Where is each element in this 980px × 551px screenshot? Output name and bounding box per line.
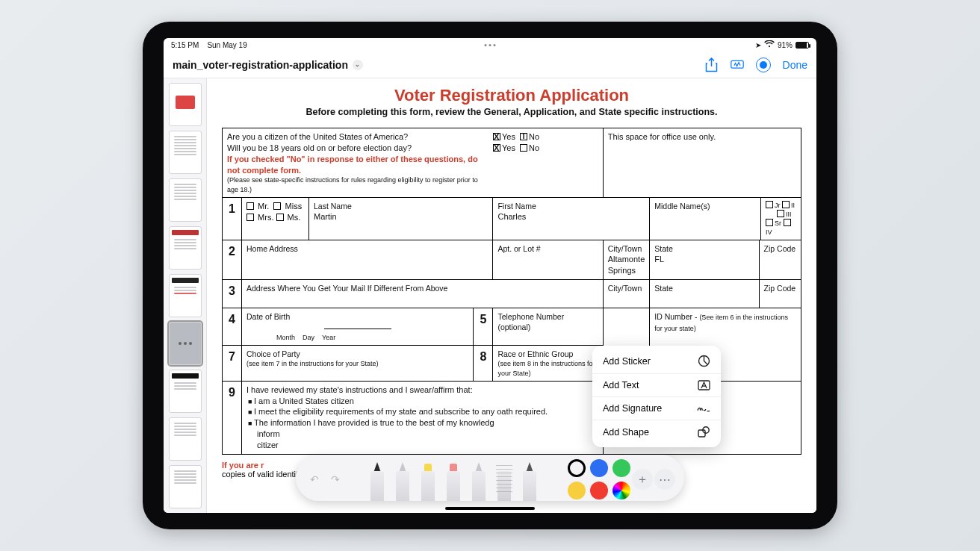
page-thumbnails[interactable] <box>164 78 207 513</box>
row-8: 8 <box>474 346 493 381</box>
signature-icon <box>697 404 710 413</box>
first-name-lbl: First Name <box>497 201 645 211</box>
thumbnail-3[interactable] <box>169 178 202 222</box>
marker-tool[interactable] <box>392 458 413 501</box>
color-yellow[interactable] <box>568 482 586 499</box>
q-citizen: Are you a citizen of the United States o… <box>227 132 408 141</box>
shape-icon <box>697 426 710 438</box>
first-name-val[interactable]: Charles <box>497 211 645 222</box>
markup-icon[interactable] <box>731 58 744 72</box>
pen-tool[interactable] <box>367 458 388 501</box>
pencil-tool[interactable] <box>519 458 540 501</box>
thumbnail-5[interactable] <box>169 274 202 317</box>
q-age: Will you be 18 years old on or before el… <box>227 143 412 152</box>
citizen-yes-check[interactable] <box>493 133 500 140</box>
status-right: ➤ 91% <box>755 40 809 49</box>
row-1: 1 <box>223 197 242 240</box>
thumbnail-7[interactable] <box>169 370 202 413</box>
add-sticker-item[interactable]: Add Sticker <box>592 349 721 373</box>
ipad-frame: 5:15 PM Sun May 19 ➤ 91% main_voter-regi… <box>143 22 837 529</box>
document-canvas[interactable]: Voter Registration Application Before co… <box>207 78 816 513</box>
color-green[interactable] <box>612 459 630 477</box>
form-subtitle: Before completing this form, review the … <box>222 107 801 117</box>
warn: If you checked "No" in response to eithe… <box>227 155 478 175</box>
home-indicator[interactable] <box>445 507 535 510</box>
drawing-tools <box>347 458 560 501</box>
row-2: 2 <box>223 240 242 280</box>
office-use: This space for office use only. <box>608 132 716 141</box>
svg-rect-0 <box>731 60 742 68</box>
row-3: 3 <box>223 280 242 308</box>
wifi-icon <box>764 40 775 49</box>
status-time: 5:15 PM <box>171 41 199 49</box>
thumbnail-9[interactable] <box>169 465 202 508</box>
color-red[interactable] <box>590 482 608 499</box>
middle-name-lbl: Middle Name(s) <box>654 201 756 211</box>
ruler-tool[interactable] <box>494 458 515 501</box>
more-button[interactable]: ⋯ <box>654 469 675 490</box>
state-val[interactable]: FL <box>654 254 754 265</box>
thumbnail-6-selected[interactable] <box>169 322 202 365</box>
color-palette <box>568 459 630 499</box>
done-button[interactable]: Done <box>783 59 807 71</box>
row-9: 9 <box>223 381 242 454</box>
battery-pct: 91% <box>778 41 793 49</box>
last-name-lbl: Last Name <box>314 201 488 211</box>
redo-button[interactable]: ↷ <box>326 470 345 489</box>
age-no-check[interactable] <box>520 144 527 152</box>
form-title: Voter Registration Application <box>222 86 801 105</box>
citizen-no-check[interactable] <box>520 133 527 140</box>
sticker-icon <box>697 355 710 367</box>
row-7: 7 <box>223 346 242 381</box>
lasso-tool[interactable] <box>468 458 489 501</box>
last-name-val[interactable]: Martin <box>314 211 488 222</box>
ipad-screen: 5:15 PM Sun May 19 ➤ 91% main_voter-regi… <box>164 38 816 513</box>
add-menu-popover: Add Sticker Add Text Add Signature Add S… <box>592 346 721 447</box>
highlighter-tool[interactable] <box>418 458 438 501</box>
city-val[interactable]: Altamonte Springs <box>608 254 645 276</box>
add-button[interactable]: ＋ <box>632 469 653 490</box>
color-picker[interactable] <box>612 482 630 499</box>
row-5: 5 <box>474 308 493 346</box>
warn-sub: (Please see state-specific instructions … <box>227 176 478 193</box>
row-4: 4 <box>223 308 242 346</box>
titlebar: main_voter-registration-application ⌄ Do… <box>164 52 816 78</box>
thumbnail-2[interactable] <box>169 131 202 174</box>
markup-toolbar: ↶ ↷ ＋ ⋯ <box>296 455 684 501</box>
title-dropdown-icon[interactable]: ⌄ <box>353 60 363 70</box>
multitask-dots[interactable] <box>485 44 496 46</box>
age-yes-check[interactable] <box>493 144 500 152</box>
svg-rect-3 <box>698 430 705 437</box>
color-black-selected[interactable] <box>568 459 586 477</box>
status-date: Sun May 19 <box>207 41 246 49</box>
thumbnail-1[interactable] <box>169 83 202 126</box>
eraser-tool[interactable] <box>443 458 464 501</box>
location-icon: ➤ <box>755 41 761 49</box>
undo-button[interactable]: ↶ <box>305 470 324 489</box>
status-bar: 5:15 PM Sun May 19 ➤ 91% <box>164 38 816 52</box>
share-icon[interactable] <box>705 58 719 72</box>
add-text-item[interactable]: Add Text <box>592 373 721 396</box>
thumbnail-4[interactable] <box>169 226 202 270</box>
annotate-toggle-icon[interactable] <box>756 57 771 72</box>
add-shape-item[interactable]: Add Shape <box>592 420 721 444</box>
add-signature-item[interactable]: Add Signature <box>592 396 721 420</box>
battery-icon <box>796 42 809 49</box>
thumbnail-8[interactable] <box>169 417 202 461</box>
document-title[interactable]: main_voter-registration-application <box>173 59 348 71</box>
color-blue[interactable] <box>590 459 608 477</box>
text-icon <box>697 380 710 390</box>
status-left: 5:15 PM Sun May 19 <box>171 41 247 49</box>
